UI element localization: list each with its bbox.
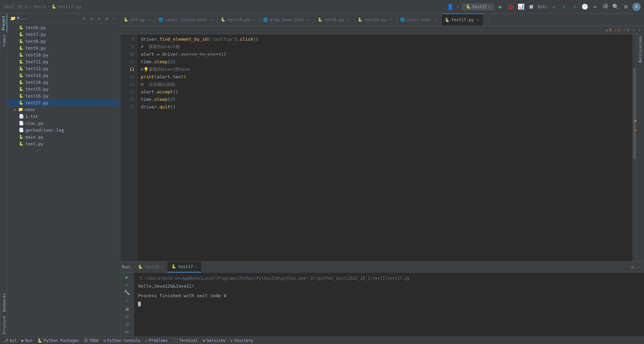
avatar-icon[interactable]: A (632, 3, 641, 11)
tree-item-test[interactable]: 🐍 test.py (8, 140, 120, 147)
run-wrench-icon[interactable]: 🔧 (123, 289, 131, 295)
console-icon: ⊙ (103, 338, 106, 343)
status-todo[interactable]: ☰ TODO (82, 337, 101, 344)
tree-item-test13[interactable]: 🐍 test13.py (8, 72, 120, 79)
run-tab-py-icon: 🐍 (172, 264, 176, 269)
activity-bookmarks[interactable]: Bookmarks (0, 291, 7, 314)
run-print-icon[interactable]: 🖨 (123, 321, 131, 327)
translate-icon[interactable]: 译 (602, 3, 609, 11)
tree-item-clac[interactable]: 📄 clac.py (8, 120, 120, 127)
tree-item-test6[interactable]: 🐍 test6.py (8, 24, 120, 31)
tab-test8[interactable]: 🐍 test8.py × (314, 14, 354, 26)
status-git[interactable]: ⎇ Git (1, 337, 19, 344)
run-button[interactable]: ▶ (497, 3, 504, 11)
run-down-icon[interactable]: ↓ (123, 297, 131, 303)
expand-warnings-icon[interactable]: ∧ (633, 28, 635, 32)
tab-close-ef3[interactable]: × (147, 17, 151, 22)
more-tabs-icon[interactable]: ⋮ (484, 17, 493, 23)
search-icon[interactable]: 🔍 (612, 3, 619, 11)
tab-close-test16[interactable]: × (388, 17, 393, 22)
coverage-icon[interactable]: 📊 (517, 3, 525, 11)
tab-dropdown[interactable]: 🌐 drop_down.html × (260, 14, 314, 26)
git-clock-icon[interactable]: 🕐 (581, 3, 589, 11)
tab-test15[interactable]: 🐍 test15.py × (217, 14, 260, 26)
run-rerun-icon[interactable]: ⟳ (123, 314, 131, 320)
bottom-tab-test17[interactable]: 🐍 test17 × (167, 262, 201, 273)
undo-icon[interactable]: ↩ (591, 3, 599, 11)
collapse-all-icon[interactable]: ≡ (88, 15, 95, 22)
run-stop-icon[interactable]: ⏹ (123, 306, 131, 312)
run-output-text[interactable]: "C:\Users\hold on\AppData\Local\Programs… (134, 273, 644, 336)
close-panel-icon[interactable]: − (111, 15, 117, 22)
stop-icon[interactable]: ⏹ (527, 3, 535, 11)
tab-close-test15[interactable]: × (251, 17, 256, 22)
activity-commit[interactable]: Commit (0, 32, 7, 49)
git-push-icon[interactable]: ↑ (571, 3, 578, 11)
tree-item-test9[interactable]: 🐍 test9.py (8, 44, 120, 51)
editor-scrollbar[interactable] (632, 34, 636, 261)
locate-icon[interactable]: ⊕ (81, 15, 87, 22)
debug-icon[interactable]: 🐞 (507, 3, 515, 11)
tab-level-locate[interactable]: 🌐 level_locate.html × (155, 14, 217, 26)
status-services[interactable]: ⚙ Services (201, 337, 228, 344)
tab-close-level[interactable]: × (209, 17, 214, 22)
tree-item-venv[interactable]: ▶ 📁 venv (8, 106, 120, 113)
minimize-bottom-icon[interactable]: − (637, 264, 640, 270)
tree-item-test8[interactable]: 🐍 test8.py (8, 38, 120, 44)
run-play-icon[interactable]: ▶ (123, 274, 131, 280)
tree-item-test11[interactable]: 🐍 test11.py (8, 58, 120, 65)
status-run[interactable]: ▶ Run (19, 337, 35, 344)
status-python-packages[interactable]: 🐍 Python Packages (35, 337, 81, 344)
tab-alert-html[interactable]: 🌐 alert.html × (397, 14, 441, 26)
git-check1-icon[interactable]: ✓ (550, 3, 558, 11)
tab-ef3[interactable]: 🐍 ef3.py × (120, 14, 155, 26)
ok-badge[interactable]: ✓ 1 (624, 28, 629, 32)
activity-project[interactable]: Project (0, 14, 7, 32)
status-terminal[interactable]: ⬛ Terminal (170, 337, 200, 344)
warning-badge[interactable]: ⚠ 1 (606, 28, 611, 32)
user-icon[interactable]: 👤 (447, 3, 454, 11)
error-badge[interactable]: ⚠ 2 (615, 28, 620, 32)
breadcrumb-part2[interactable]: test1 (33, 4, 46, 9)
run-more-icon[interactable]: ≫ (123, 329, 131, 335)
tree-item-1txt[interactable]: 📄 1.txt (8, 113, 120, 120)
activity-structure[interactable]: Structure (0, 314, 7, 336)
tab-close-test17[interactable]: × (475, 17, 480, 22)
code-content[interactable]: driver.find_element_by_id('tooltip').cli… (137, 34, 632, 261)
tree-item-test14[interactable]: 🐍 test14.py (8, 79, 120, 85)
code-line-16: time.sleep(2) (141, 96, 629, 103)
close-tab-test15[interactable]: × (161, 265, 163, 269)
breadcrumb-part1[interactable]: 2022_10_1 (3, 4, 27, 9)
code-editor[interactable]: 8 9 10 11 12 13 14 15 16 17 drive (120, 34, 636, 261)
py-file-icon: 🐍 (18, 66, 24, 71)
settings-bottom-icon[interactable]: ⚙ (631, 264, 634, 270)
git-check2-icon[interactable]: ✓ (561, 3, 568, 11)
tree-item-test10[interactable]: 🐍 test10.py (8, 51, 120, 58)
run-config-dropdown[interactable]: 🐍 test17 ▾ (462, 3, 494, 10)
bottom-tab-test15[interactable]: 🐍 test15 × (134, 262, 167, 273)
tab-close-test8[interactable]: × (346, 17, 351, 22)
expand-icon[interactable]: ⇅ (96, 15, 102, 22)
tab-test17[interactable]: 🐍 test17.py × (441, 14, 484, 26)
notifications-label[interactable]: Notifications (639, 36, 642, 63)
tab-close-dropdown[interactable]: × (306, 17, 311, 22)
tree-item-test7[interactable]: 🐍 test7.py (8, 31, 120, 38)
scrollbar-thumb[interactable] (633, 68, 636, 159)
collapse-warnings-icon[interactable]: ∨ (638, 28, 641, 32)
tree-item-geckodriver[interactable]: 📄 geckodriver.log (8, 127, 120, 133)
tree-item-main[interactable]: 🐍 main.py (8, 133, 120, 140)
settings-icon[interactable]: ⚙ (622, 3, 630, 11)
tree-item-test16[interactable]: 🐍 test16.py (8, 92, 120, 99)
tree-item-test15[interactable]: 🐍 test15.py (8, 85, 120, 92)
status-python-console[interactable]: ⊙ Python Console (101, 337, 142, 344)
close-tab-test17[interactable]: × (195, 265, 197, 268)
run-up-icon[interactable]: ↑ (123, 281, 131, 288)
tree-item-test17[interactable]: 🐍 test17.py (8, 99, 120, 106)
status-sourcery[interactable]: ✦ Sourcery (228, 337, 255, 344)
tree-item-test12[interactable]: 🐍 test12.py (8, 65, 120, 72)
tab-test16[interactable]: 🐍 test16.py × (354, 14, 397, 26)
status-problems[interactable]: ⚠ Problems (143, 337, 170, 344)
gear-icon[interactable]: ⚙ (104, 15, 110, 22)
editor-tab-bar: 🐍 ef3.py × 🌐 level_locate.html × 🐍 test1… (120, 14, 644, 26)
tab-close-alert-html[interactable]: × (433, 17, 438, 22)
